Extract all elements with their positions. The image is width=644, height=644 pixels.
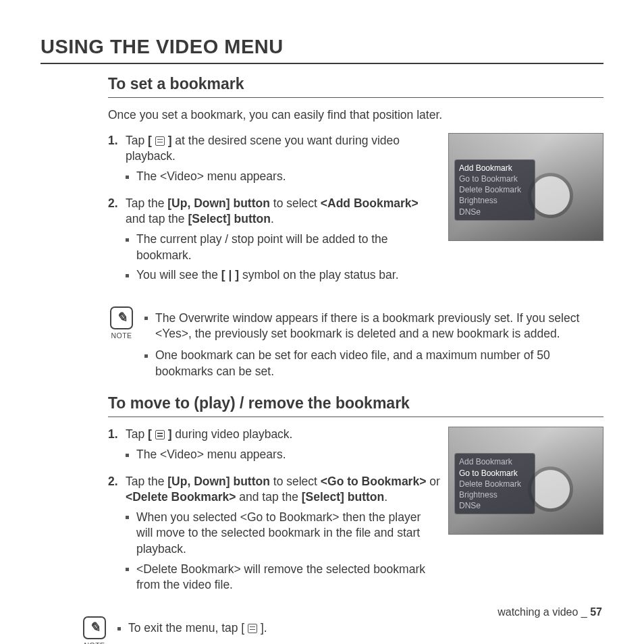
step-number: 2.: [108, 474, 126, 597]
section-set-bookmark: To set a bookmark Once you set a bookmar…: [41, 74, 603, 294]
menu-item-delete-bookmark: Delete Bookmark: [459, 479, 531, 489]
step-1: 1. Tap [ ] during video playback. The <V…: [108, 427, 440, 466]
text: To exit the menu, tap [: [128, 621, 248, 635]
note-icon: ✎: [110, 306, 133, 329]
sub-bullet: The <Video> menu appears.: [126, 169, 440, 185]
sub-bullet: You will see the [ | ] symbol on the pla…: [126, 267, 440, 284]
bold: <Delete Bookmark>: [126, 490, 236, 504]
step-1: 1. Tap [ ] at the desired scene you want…: [108, 133, 440, 189]
sub-bullet: <Delete Bookmark> will remove the select…: [126, 562, 440, 593]
menu-item-dnse: DNSe: [459, 500, 531, 511]
bold: [Up, Down] button: [167, 196, 270, 210]
step-text: Tap: [126, 427, 148, 441]
bracket: ]: [165, 134, 172, 147]
note-caption: NOTE: [81, 641, 108, 644]
page-footer: watching a video _ 57: [498, 605, 602, 620]
menu-item-brightness: Brightness: [459, 195, 531, 206]
bold: [Select] button: [188, 212, 271, 225]
menu-item-go-to-bookmark: Go to Bookmark: [459, 173, 531, 184]
step-text: to select: [270, 196, 321, 210]
note-bullet: One bookmark can be set for each video f…: [144, 348, 603, 379]
step-text: to select: [270, 475, 321, 488]
sub-bullet: When you selected <Go to Bookmark> then …: [126, 510, 440, 558]
menu-item-brightness: Brightness: [459, 489, 531, 500]
step-text: Tap: [126, 134, 148, 147]
step-number: 1.: [108, 427, 126, 466]
sub-bullet: The current play / stop point will be ad…: [126, 232, 440, 263]
step-text: Tap the: [126, 475, 167, 488]
note-bullet: To exit the menu, tap [ ].: [117, 620, 603, 637]
bold: <Go to Bookmark>: [321, 475, 427, 488]
step-2: 2. Tap the [Up, Down] button to select <…: [108, 196, 440, 288]
step-text: and tap the: [126, 212, 188, 225]
video-menu-overlay: Add Bookmark Go to Bookmark Delete Bookm…: [454, 159, 535, 221]
menu-icon: [155, 430, 165, 439]
bold: <Add Bookmark>: [321, 196, 419, 210]
sub-bullet: The <Video> menu appears.: [126, 447, 440, 463]
menu-item-go-to-bookmark: Go to Bookmark: [459, 468, 531, 479]
intro-text: Once you set a bookmark, you can easily …: [108, 107, 603, 124]
bold: [Up, Down] button: [167, 475, 270, 488]
step-text: .: [271, 212, 274, 225]
step-text: and tap the: [236, 490, 301, 504]
note-bullet: The Overwrite window appears if there is…: [144, 311, 603, 342]
section-move-remove-bookmark: To move to (play) / remove the bookmark …: [41, 393, 603, 604]
note-block-2: ✎ NOTE To exit the menu, tap [ ].: [41, 616, 603, 644]
menu-icon: [155, 136, 165, 146]
bracket: [: [148, 134, 155, 147]
section-title: To move to (play) / remove the bookmark: [108, 393, 603, 417]
menu-item-add-bookmark: Add Bookmark: [459, 456, 531, 467]
text: You will see the: [136, 268, 221, 281]
menu-item-delete-bookmark: Delete Bookmark: [459, 184, 531, 195]
bracket: ]: [165, 427, 172, 441]
note-icon: ✎: [83, 616, 106, 639]
step-number: 1.: [108, 133, 126, 189]
page-title: USING THE VIDEO MENU: [41, 34, 603, 64]
note-caption: NOTE: [108, 331, 135, 340]
bold: [Select] button: [302, 490, 385, 504]
text: symbol on the play status bar.: [239, 268, 398, 281]
step-2: 2. Tap the [Up, Down] button to select <…: [108, 474, 440, 597]
bracket: [: [148, 427, 155, 441]
footer-text: watching a video _: [498, 606, 590, 618]
step-text: during video playback.: [171, 427, 292, 441]
bold: [ | ]: [221, 268, 239, 281]
note-block-1: ✎ NOTE The Overwrite window appears if t…: [41, 306, 603, 385]
step-text: Tap the: [126, 196, 167, 210]
text: ].: [257, 621, 267, 635]
menu-icon: [248, 624, 257, 633]
video-menu-overlay: Add Bookmark Go to Bookmark Delete Bookm…: [454, 453, 535, 514]
device-screenshot-1: Add Bookmark Go to Bookmark Delete Bookm…: [448, 133, 603, 241]
menu-item-add-bookmark: Add Bookmark: [459, 163, 531, 173]
section-title: To set a bookmark: [108, 74, 603, 98]
step-text: or: [426, 475, 439, 488]
step-text: .: [384, 490, 387, 504]
page-number: 57: [590, 606, 602, 618]
menu-item-dnse: DNSe: [459, 207, 531, 217]
device-screenshot-2: Add Bookmark Go to Bookmark Delete Bookm…: [448, 427, 603, 535]
step-number: 2.: [108, 196, 126, 288]
